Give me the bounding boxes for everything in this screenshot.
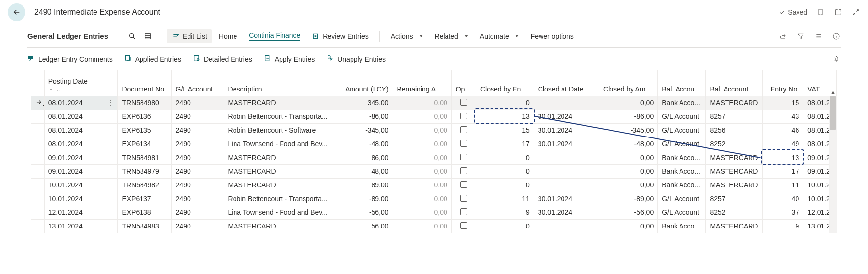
cell-remaining[interactable]: 0,00 [393, 178, 451, 192]
col-gl-account-no[interactable]: G/L Account No. ▾ [171, 70, 224, 96]
cell-open[interactable] [451, 206, 476, 219]
cell-description[interactable]: MASTERCARD [224, 151, 337, 164]
cell-closed-by-amount[interactable]: 0,00 [599, 219, 658, 233]
cell-gl-account[interactable]: 2490 [171, 96, 224, 110]
cell-posting-date[interactable]: 10.01.2024 [44, 178, 103, 192]
cell-amount[interactable]: 86,00 [337, 151, 393, 164]
col-closed-by-entry[interactable]: Closed by Entry No. [476, 70, 534, 96]
cell-open[interactable] [451, 123, 476, 137]
checkbox-icon[interactable] [460, 154, 467, 160]
table-row[interactable]: 10.01.2024EXP61372490Robin Bettencourt -… [31, 192, 837, 206]
applied-entries-button[interactable]: Applied Entries [124, 54, 181, 64]
cell-amount[interactable]: -89,00 [337, 192, 393, 206]
cell-description[interactable]: MASTERCARD [224, 219, 337, 233]
cell-gl-account[interactable]: 2490 [171, 219, 224, 233]
table-row[interactable]: 09.01.2024TRN5849792490MASTERCARD48,000,… [31, 164, 837, 178]
cell-entry-no[interactable]: 9 [763, 219, 803, 233]
cell-open[interactable] [451, 151, 476, 164]
cell-document-no[interactable]: TRN584979 [118, 164, 171, 178]
cell-description[interactable]: MASTERCARD [224, 96, 337, 110]
cell-closed-by-amount[interactable]: -56,00 [599, 206, 658, 219]
cell-remaining[interactable]: 0,00 [393, 151, 451, 164]
ledger-entry-comments-button[interactable]: Ledger Entry Comments [27, 54, 113, 64]
cell-closed-by-entry[interactable]: 17 [476, 137, 534, 151]
cell-document-no[interactable]: TRN584983 [118, 219, 171, 233]
home-tab[interactable]: Home [214, 29, 242, 43]
cell-bal-type[interactable]: G/L Account [658, 123, 706, 137]
cell-amount[interactable]: 345,00 [337, 96, 393, 110]
cell-open[interactable] [451, 219, 476, 233]
detailed-entries-button[interactable]: Detailed Entries [193, 54, 252, 64]
col-open[interactable]: Open [451, 70, 476, 96]
cell-entry-no[interactable]: 13 [763, 151, 803, 164]
cell-closed-by-amount[interactable]: 0,00 [599, 164, 658, 178]
cell-entry-no[interactable]: 11 [763, 178, 803, 192]
cell-amount[interactable]: -56,00 [337, 206, 393, 219]
cell-description[interactable]: Robin Bettencourt - Transporta... [224, 192, 337, 206]
col-closed-by-amount[interactable]: Closed by Amount [599, 70, 658, 96]
cell-gl-account[interactable]: 2490 [171, 178, 224, 192]
cell-document-no[interactable]: TRN584981 [118, 151, 171, 164]
table-row[interactable]: 08.01.2024EXP61362490Robin Bettencourt -… [31, 110, 837, 123]
gl-account-link[interactable]: 2490 [176, 99, 191, 107]
cell-closed-at-date[interactable]: 30.01.2024 [534, 110, 599, 123]
cell-bal-type[interactable]: G/L Account [658, 192, 706, 206]
cell-open[interactable] [451, 164, 476, 178]
filter-icon[interactable] [797, 32, 805, 41]
continia-finance-tab[interactable]: Continia Finance [244, 28, 305, 44]
cell-document-no[interactable]: TRN584982 [118, 178, 171, 192]
cell-closed-at-date[interactable] [534, 151, 599, 164]
cell-closed-by-entry[interactable]: 0 [476, 219, 534, 233]
cell-open[interactable] [451, 137, 476, 151]
cell-remaining[interactable]: 0,00 [393, 123, 451, 137]
vertical-scrollbar[interactable]: ▴ [829, 96, 837, 233]
fewer-options-button[interactable]: Fewer options [526, 29, 579, 43]
cell-closed-by-amount[interactable]: 0,00 [599, 178, 658, 192]
checkbox-icon[interactable] [460, 126, 467, 133]
cell-amount[interactable]: -48,00 [337, 137, 393, 151]
pin-icon[interactable] [832, 55, 841, 64]
cell-bal-type[interactable]: Bank Acco... [658, 164, 706, 178]
cell-entry-no[interactable]: 17 [763, 164, 803, 178]
cell-description[interactable]: Lina Townsend - Food and Bev... [224, 206, 337, 219]
checkbox-icon[interactable] [460, 208, 467, 215]
cell-gl-account[interactable]: 2490 [171, 110, 224, 123]
col-entry-no[interactable]: Entry No. [763, 70, 803, 96]
share-icon[interactable] [779, 32, 788, 41]
cell-document-no[interactable]: EXP6136 [118, 110, 171, 123]
cell-closed-at-date[interactable] [534, 164, 599, 178]
cell-description[interactable]: Robin Bettencourt - Transporta... [224, 110, 337, 123]
cell-posting-date[interactable]: 09.01.2024 [44, 151, 103, 164]
cell-gl-account[interactable]: 2490 [171, 192, 224, 206]
col-closed-at-date[interactable]: Closed at Date [534, 70, 599, 96]
cell-closed-by-amount[interactable]: -89,00 [599, 192, 658, 206]
cell-bal-no[interactable]: MASTERCARD [706, 151, 763, 164]
cell-closed-at-date[interactable]: 30.01.2024 [534, 137, 599, 151]
cell-bal-no[interactable]: 8256 [706, 123, 763, 137]
cell-posting-date[interactable]: 10.01.2024 [44, 192, 103, 206]
cell-entry-no[interactable]: 40 [763, 192, 803, 206]
cell-closed-at-date[interactable]: 30.01.2024 [534, 192, 599, 206]
cell-bal-type[interactable]: Bank Acco... [658, 219, 706, 233]
cell-bal-no[interactable]: MASTERCARD [706, 96, 763, 110]
col-remaining-amount[interactable]: Remaining Amount [393, 70, 451, 96]
cell-closed-by-amount[interactable]: -345,00 [599, 123, 658, 137]
checkbox-icon[interactable] [460, 222, 467, 229]
cell-closed-by-entry[interactable]: 0 [476, 96, 534, 110]
row-menu-icon[interactable]: ⋮ [107, 99, 114, 107]
cell-bal-no[interactable]: MASTERCARD [706, 164, 763, 178]
cell-bal-no[interactable]: MASTERCARD [706, 178, 763, 192]
cell-posting-date[interactable]: 13.01.2024 [44, 219, 103, 233]
cell-open[interactable] [451, 110, 476, 123]
cell-closed-at-date[interactable] [534, 219, 599, 233]
cell-bal-type[interactable]: Bank Acco... [658, 178, 706, 192]
cell-description[interactable]: MASTERCARD [224, 178, 337, 192]
cell-entry-no[interactable]: 43 [763, 110, 803, 123]
cell-closed-by-entry[interactable]: 13 [476, 110, 534, 123]
edit-list-button[interactable]: Edit List [167, 29, 212, 43]
table-row[interactable]: 09.01.2024TRN5849812490MASTERCARD86,000,… [31, 151, 837, 164]
list-icon[interactable] [814, 32, 823, 41]
cell-closed-at-date[interactable] [534, 96, 599, 110]
cell-amount[interactable]: -86,00 [337, 110, 393, 123]
cell-posting-date[interactable]: 08.01.2024 [44, 96, 103, 110]
